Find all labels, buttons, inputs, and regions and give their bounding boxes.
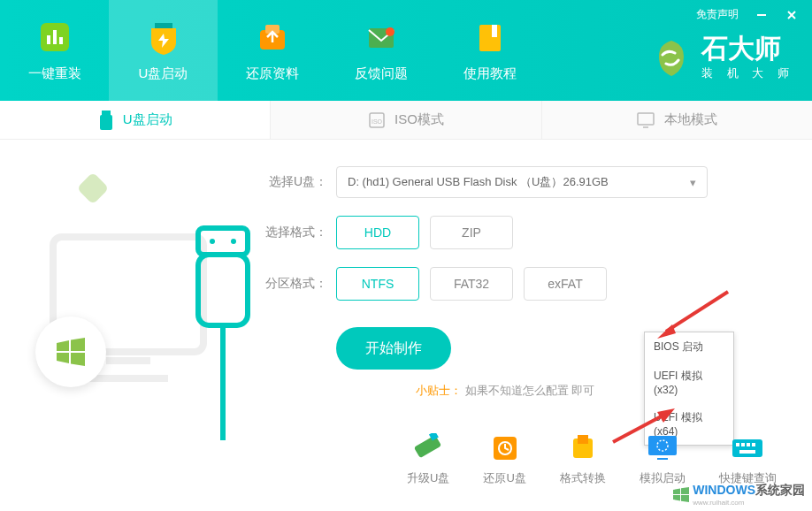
tab-iso[interactable]: ISO ISO模式 [270, 101, 540, 139]
logo-icon [650, 37, 693, 80]
tab-label: U盘启动 [123, 111, 172, 128]
tool-label: 还原U盘 [483, 470, 525, 486]
tab-usb[interactable]: U盘启动 [0, 101, 270, 139]
header: 一键重装 U盘启动 还原资料 反馈问题 使用教程 免责声明 [0, 0, 812, 101]
monitor-icon [636, 111, 655, 129]
usb-shield-icon [146, 19, 181, 55]
nav-reinstall[interactable]: 一键重装 [0, 0, 109, 101]
select-disk-label: 选择U盘： [265, 174, 327, 190]
iso-icon: ISO [368, 111, 386, 129]
nav-restore[interactable]: 还原资料 [218, 0, 326, 101]
restore-icon [255, 19, 290, 55]
windows-badge [35, 317, 106, 387]
svg-rect-3 [59, 37, 63, 44]
logo-text: 石大师 装 机 大 师 [701, 35, 794, 81]
book-icon [472, 19, 508, 55]
tool-upgrade[interactable]: 升级U盘 [407, 433, 449, 486]
disclaimer-link[interactable]: 免责声明 [696, 7, 739, 22]
format-label: 选择格式： [265, 225, 327, 240]
simulate-icon [646, 433, 679, 461]
partition-exfat[interactable]: exFAT [524, 267, 607, 301]
keyboard-icon [731, 433, 764, 461]
svg-rect-2 [53, 30, 57, 44]
select-disk-dropdown[interactable]: D: (hd1) General USB Flash Disk （U盘）26.9… [336, 166, 708, 198]
tool-convert[interactable]: 格式转换 [560, 433, 606, 486]
tool-restore[interactable]: 还原U盘 [483, 433, 525, 486]
tab-label: ISO模式 [395, 111, 444, 128]
convert-icon [566, 433, 600, 461]
illustration [35, 166, 265, 399]
svg-text:ISO: ISO [372, 118, 383, 125]
svg-rect-14 [102, 111, 111, 115]
svg-rect-15 [100, 115, 112, 130]
main-nav: 一键重装 U盘启动 还原资料 反馈问题 使用教程 [0, 0, 544, 101]
nav-label: 一键重装 [28, 65, 81, 82]
select-disk-value: D: (hd1) General USB Flash Disk （U盘）26.9… [348, 174, 609, 190]
svg-rect-4 [155, 23, 172, 28]
boot-mode-popup: BIOS 启动 UEFI 模拟(x32) UEFI 模拟(x64) [644, 332, 734, 446]
nav-tutorial[interactable]: 使用教程 [435, 0, 544, 101]
partition-label: 分区格式： [265, 276, 327, 292]
tool-label: 升级U盘 [407, 470, 449, 486]
nav-label: 还原资料 [246, 65, 299, 82]
usb-upgrade-icon [411, 433, 445, 461]
nav-label: 使用教程 [463, 65, 517, 82]
watermark-url: www.ruihait.com [693, 499, 805, 507]
logo-sub: 装 机 大 师 [701, 65, 794, 81]
row-format: 选择格式： HDD ZIP [265, 216, 777, 249]
format-hdd[interactable]: HDD [336, 216, 419, 249]
svg-rect-10 [492, 25, 497, 37]
svg-point-27 [231, 239, 236, 244]
watermark-text: WINDOWS系统家园 [693, 483, 805, 499]
nav-label: 反馈问题 [355, 65, 408, 82]
tip-label: 小贴士： [416, 384, 462, 397]
start-button[interactable]: 开始制作 [336, 327, 451, 370]
format-options: HDD ZIP [336, 216, 513, 249]
svg-rect-35 [648, 436, 677, 455]
bottom-toolbar: 升级U盘 还原U盘 格式转换 模拟启动 快捷键查询 [407, 433, 777, 486]
svg-rect-39 [736, 443, 739, 446]
watermark: WINDOWS系统家园 www.ruihait.com [671, 483, 805, 507]
row-select-disk: 选择U盘： D: (hd1) General USB Flash Disk （U… [265, 166, 777, 198]
tab-label: 本地模式 [664, 111, 717, 128]
svg-rect-34 [578, 435, 588, 444]
bar-chart-icon [37, 19, 73, 55]
usb-icon [98, 111, 114, 130]
chevron-down-icon: ▾ [690, 176, 696, 189]
envelope-icon [364, 19, 399, 55]
nav-feedback[interactable]: 反馈问题 [326, 0, 435, 101]
header-controls: 免责声明 [696, 7, 799, 22]
watermark-icon [671, 485, 691, 505]
tool-label: 格式转换 [560, 470, 606, 486]
svg-rect-9 [479, 25, 501, 51]
partition-options: NTFS FAT32 exFAT [336, 267, 607, 301]
svg-point-26 [210, 239, 215, 244]
logo: 石大师 装 机 大 师 [650, 35, 794, 81]
svg-rect-41 [747, 443, 750, 446]
tool-hotkey[interactable]: 快捷键查询 [719, 433, 777, 486]
row-partition: 分区格式： NTFS FAT32 exFAT [265, 267, 777, 301]
mode-tabs: U盘启动 ISO ISO模式 本地模式 [0, 101, 812, 140]
logo-main: 石大师 [701, 35, 794, 62]
svg-rect-43 [739, 450, 755, 454]
popup-bios[interactable]: BIOS 启动 [645, 332, 733, 362]
usb-restore-icon [488, 433, 522, 461]
close-button[interactable] [785, 8, 799, 22]
tool-simulate[interactable]: 模拟启动 [640, 433, 686, 486]
partition-ntfs[interactable]: NTFS [336, 267, 419, 301]
svg-rect-38 [732, 439, 762, 457]
svg-rect-18 [638, 113, 654, 125]
svg-rect-29 [414, 435, 441, 458]
format-zip[interactable]: ZIP [430, 216, 513, 249]
svg-rect-40 [741, 443, 745, 446]
tab-local[interactable]: 本地模式 [541, 101, 812, 139]
minimize-button[interactable] [755, 8, 769, 22]
svg-rect-42 [752, 443, 755, 446]
svg-point-8 [386, 27, 395, 36]
popup-uefi32[interactable]: UEFI 模拟(x32) [645, 362, 733, 403]
nav-label: U盘启动 [139, 65, 188, 82]
tip-text: 如果不知道怎么配置 即可 [465, 384, 595, 397]
nav-usb[interactable]: U盘启动 [109, 0, 218, 101]
svg-rect-1 [47, 35, 50, 44]
partition-fat32[interactable]: FAT32 [430, 267, 513, 301]
